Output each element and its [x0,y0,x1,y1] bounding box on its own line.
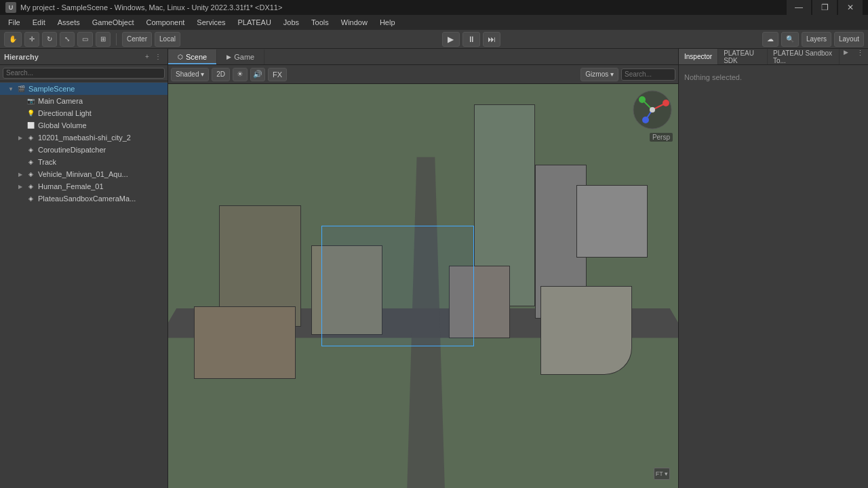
hierarchy-more-button[interactable]: ⋮ [153,52,163,62]
building-curved [540,286,632,375]
inspector-tab-plateauSandbox[interactable]: PLATEAU Sandbox To... [768,49,840,64]
hand-tool-button[interactable]: ✋ [4,32,22,47]
lighting-button[interactable]: ☀ [233,68,248,81]
scene-corner-controls: FT ▾ [654,468,670,480]
hier-arrow-track [16,158,24,166]
hierarchy-item-globalvol[interactable]: ⬜Global Volume [0,119,167,131]
minimize-button[interactable]: — [787,0,811,15]
menu-item-jobs[interactable]: Jobs [278,17,304,28]
cloud-button[interactable]: ☁ [762,32,778,47]
layout-button[interactable]: Layout [834,32,864,47]
hier-icon-track: ◈ [26,157,35,167]
svg-point-2 [663,100,669,106]
hierarchy-search-input[interactable] [3,68,165,79]
hierarchy-item-coroutine[interactable]: ◈CoroutineDispatcher [0,144,167,156]
menu-item-edit[interactable]: Edit [27,17,51,28]
menu-item-services[interactable]: Services [191,17,231,28]
hier-icon-coroutine: ◈ [26,145,35,155]
menu-item-help[interactable]: Help [374,17,401,28]
gizmos-button[interactable]: Gizmos ▾ [580,68,618,81]
title-bar-left: U My project - SampleScene - Windows, Ma… [5,2,282,13]
hier-icon-plateaucam: ◈ [26,194,35,203]
viewport-toolbar: Shaded ▾ 2D ☀ 🔊 FX Gizmos ▾ [168,65,678,84]
center-panel: ⬡Scene▶Game Shaded ▾ 2D ☀ 🔊 FX Gizmos ▾ [168,49,678,488]
hierarchy-item-human[interactable]: ▶◈Human_Female_01 [0,180,167,192]
viewport[interactable]: Persp FT ▾ [168,84,678,488]
menu-item-assets[interactable]: Assets [52,17,85,28]
hierarchy-item-maebashi[interactable]: ▶◈10201_maebashi-shi_city_2 [0,131,167,144]
hierarchy-item-dirlight[interactable]: 💡Directional Light [0,107,167,119]
building-low-left [194,306,296,379]
transform-tool-button[interactable]: ⊞ [96,32,111,47]
shaded-button[interactable]: Shaded ▾ [171,68,209,81]
inspector-tab-inspector[interactable]: Inspector [679,49,718,64]
inspector-menu-button[interactable]: ⋮ [852,49,868,64]
svg-point-6 [642,117,649,123]
maximize-button[interactable]: ❐ [812,0,837,15]
menu-item-tools[interactable]: Tools [306,17,334,28]
view-tab-scene[interactable]: ⬡Scene [168,49,217,64]
game-tab-icon: ▶ [226,54,231,60]
inspector-more-button[interactable]: ▶ [840,49,852,64]
scale-tool-button[interactable]: ⤡ [60,32,75,47]
menu-item-plateau[interactable]: PLATEAU [233,17,277,28]
scene-control-1[interactable]: FT ▾ [654,468,670,480]
svg-point-4 [639,96,646,103]
hier-label-plateaucam: PlateauSandboxCameraMa... [38,195,136,203]
2d-button[interactable]: 2D [212,68,230,81]
hier-label-dirlight: Directional Light [38,109,92,117]
view-tab-game[interactable]: ▶Game [217,49,264,64]
pivot-button[interactable]: Center [122,32,152,47]
center-toolbar: ▶ ⏸ ⏭ [183,32,760,47]
menu-item-file[interactable]: File [3,17,26,28]
hierarchy-content: ▼🎬SampleScene📷Main Camera💡Directional Li… [0,81,167,488]
search-button[interactable]: 🔍 [781,32,799,47]
svg-point-7 [650,107,655,113]
menu-item-gameobject[interactable]: GameObject [87,17,140,28]
hier-arrow-samplescene[interactable]: ▼ [7,85,15,93]
hierarchy-item-track[interactable]: ◈Track [0,156,167,168]
hierarchy-item-maincamera[interactable]: 📷Main Camera [0,95,167,107]
audio-button[interactable]: 🔊 [250,68,265,81]
right-toolbar: ☁ 🔍 Layers Layout [762,32,864,47]
inspector-tab-plateauSdk[interactable]: PLATEAU SDK [718,49,768,64]
toolbar-separator-1 [116,33,117,45]
title-bar: U My project - SampleScene - Windows, Ma… [0,0,868,15]
hier-arrow-globalvol [16,121,24,129]
rotate-tool-button[interactable]: ↻ [42,32,57,47]
hier-label-maebashi: 10201_maebashi-shi_city_2 [38,134,131,142]
menu-item-window[interactable]: Window [336,17,373,28]
space-button[interactable]: Local [155,32,180,47]
hier-arrow-plateaucam [16,195,24,203]
fx-button[interactable]: FX [268,68,287,81]
hier-icon-maincamera: 📷 [26,96,35,106]
scene-search-input[interactable] [621,68,675,81]
hier-arrow-vehicle[interactable]: ▶ [16,170,24,178]
close-button[interactable]: ✕ [838,0,863,15]
hierarchy-add-button[interactable]: + [142,52,153,62]
hier-icon-human: ◈ [26,182,35,191]
rect-tool-button[interactable]: ▭ [77,32,93,47]
step-button[interactable]: ⏭ [483,32,500,47]
hier-label-coroutine: CoroutineDispatcher [38,146,106,154]
hierarchy-item-plateaucam[interactable]: ◈PlateauSandboxCameraMa... [0,192,167,205]
hierarchy-item-samplescene[interactable]: ▼🎬SampleScene [0,83,167,95]
hier-arrow-dirlight [16,109,24,117]
hierarchy-panel: Hierarchy + ⋮ ▼🎬SampleScene📷Main Camera💡… [0,49,168,488]
play-button[interactable]: ▶ [442,32,460,47]
scene-tab-label: Scene [186,53,207,61]
scene-3d-view[interactable]: Persp FT ▾ [168,84,678,488]
hier-arrow-human[interactable]: ▶ [16,182,24,190]
hier-arrow-maebashi[interactable]: ▶ [16,134,24,142]
menu-item-component[interactable]: Component [140,17,190,28]
pause-button[interactable]: ⏸ [462,32,480,47]
hier-icon-dirlight: 💡 [26,108,35,118]
hierarchy-item-vehicle[interactable]: ▶◈Vehicle_Minivan_01_Aqu... [0,168,167,180]
layers-button[interactable]: Layers [802,32,831,47]
inspector-content: Nothing selected. [679,65,868,488]
move-tool-button[interactable]: ✛ [24,32,39,47]
hier-arrow-coroutine [16,146,24,154]
main-area: Hierarchy + ⋮ ▼🎬SampleScene📷Main Camera💡… [0,49,868,488]
selection-box [321,226,475,347]
inspector-empty-message: Nothing selected. [682,68,865,87]
